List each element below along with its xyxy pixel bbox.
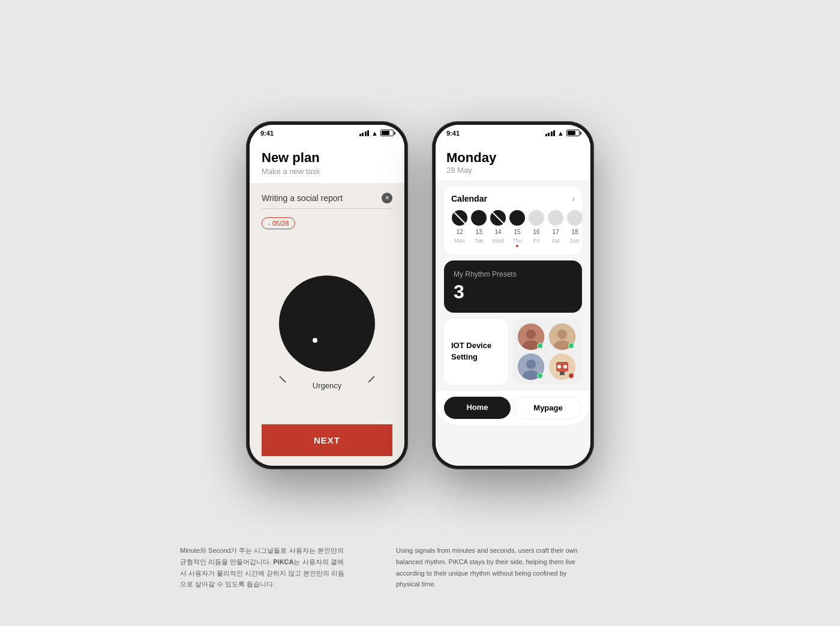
cal-circle-17	[547, 209, 564, 226]
wifi-icon-2: ▲	[557, 130, 564, 137]
task-input-row[interactable]: Writing a social report ✕	[262, 193, 392, 209]
footer-text-korean: Minute와 Second가 주는 시그널들로 사용자는 본인만의 균형적인 …	[180, 545, 348, 590]
svg-point-8	[567, 210, 583, 226]
status-time-2: 9:41	[446, 130, 460, 137]
phone2-date: 28 May	[446, 166, 580, 175]
today-indicator	[516, 245, 518, 247]
iot-label: IOT Device Setting	[451, 340, 501, 362]
rhythm-card[interactable]: My Rhythm Presets 3	[444, 260, 582, 313]
avatar-grid	[513, 319, 582, 385]
phone1-title: New plan	[262, 150, 392, 166]
clear-button[interactable]: ✕	[382, 193, 392, 203]
knob-container: Urgency	[279, 241, 375, 424]
avatar-status-2	[568, 343, 574, 349]
cal-circle-15	[509, 209, 526, 226]
iot-row: IOT Device Setting	[444, 319, 582, 385]
cal-day-14[interactable]: 14 Wed	[490, 209, 506, 247]
avatar-1[interactable]	[518, 324, 544, 350]
battery-icon-2	[566, 130, 580, 136]
phone2-body: Calendar › 12 Mon	[436, 181, 590, 466]
knob-indicator	[313, 338, 317, 343]
calendar-section: Calendar › 12 Mon	[444, 187, 582, 254]
calendar-header: Calendar ›	[451, 194, 575, 203]
bottom-nav: Home Mypage	[436, 391, 590, 425]
wifi-icon: ▲	[371, 130, 378, 137]
phone-new-plan: 9:41 ▲ New plan Make a new task	[246, 121, 408, 469]
svg-point-10	[526, 330, 536, 339]
urgency-knob[interactable]	[279, 275, 375, 372]
next-button[interactable]: NEXT	[262, 424, 392, 456]
scene: 9:41 ▲ New plan Make a new task	[246, 121, 594, 469]
status-bar-2: 9:41 ▲	[436, 125, 590, 139]
cal-circle-14	[490, 209, 506, 226]
knob-label: Urgency	[313, 381, 341, 390]
svg-point-13	[557, 330, 567, 339]
svg-point-7	[548, 210, 563, 226]
cal-day-13[interactable]: 13 Tue	[470, 209, 487, 247]
cal-day-17[interactable]: 17 Sat	[547, 209, 564, 247]
footer-brand-name: PiKCA	[273, 558, 293, 565]
status-icons-2: ▲	[545, 130, 580, 137]
svg-point-20	[557, 365, 561, 369]
avatar-status-4	[568, 373, 574, 379]
phone1-body: Writing a social report ✕ - 05/28 Urgenc…	[250, 183, 404, 466]
status-time-1: 9:41	[260, 130, 274, 137]
iot-card[interactable]: IOT Device Setting	[444, 319, 508, 385]
nav-home-button[interactable]: Home	[444, 397, 511, 419]
footer-text-english: Using signals from minutes and seconds, …	[396, 545, 588, 590]
status-icons-1: ▲	[359, 130, 394, 137]
svg-point-2	[471, 210, 487, 226]
knob-tick-right	[368, 376, 374, 382]
cal-circle-12	[451, 209, 468, 226]
avatar-4[interactable]	[549, 354, 575, 380]
cal-day-15[interactable]: 15 Thu	[509, 209, 526, 247]
signal-icon-2	[545, 130, 556, 136]
footer: Minute와 Second가 주는 시그널들로 사용자는 본인만의 균형적인 …	[180, 545, 660, 590]
rhythm-label: My Rhythm Presets	[454, 270, 572, 278]
phone-monday: 9:41 ▲ Monday 28 May	[432, 121, 594, 469]
cal-circle-16	[528, 209, 545, 226]
knob-tick-left	[279, 376, 286, 382]
phone1-subtitle: Make a new task	[262, 167, 392, 176]
svg-rect-23	[562, 372, 565, 375]
calendar-title: Calendar	[451, 194, 487, 203]
battery-icon	[380, 130, 394, 136]
rhythm-number: 3	[454, 281, 572, 303]
status-bar-1: 9:41 ▲	[250, 125, 404, 139]
phone2-title: Monday	[446, 150, 580, 166]
svg-point-16	[526, 360, 536, 369]
avatar-2[interactable]	[549, 324, 575, 350]
cal-circle-13	[470, 209, 487, 226]
task-input-value: Writing a social report	[262, 193, 382, 203]
avatar-status-1	[537, 343, 543, 349]
svg-point-6	[529, 210, 544, 226]
svg-rect-22	[560, 372, 562, 375]
calendar-arrow-icon[interactable]: ›	[572, 194, 575, 203]
date-badge[interactable]: - 05/28	[262, 217, 295, 229]
calendar-days: 12 Mon 13 Tue	[451, 209, 575, 247]
nav-mypage-button[interactable]: Mypage	[514, 397, 582, 419]
cal-day-18[interactable]: 18 Sun	[566, 209, 583, 247]
avatar-3[interactable]	[518, 354, 544, 380]
cal-day-16[interactable]: 16 Fri	[528, 209, 545, 247]
signal-icon	[359, 130, 370, 136]
svg-point-21	[563, 365, 567, 369]
avatar-status-3	[537, 373, 543, 379]
svg-point-5	[509, 210, 525, 226]
cal-circle-18	[566, 209, 583, 226]
cal-day-12[interactable]: 12 Mon	[451, 209, 468, 247]
